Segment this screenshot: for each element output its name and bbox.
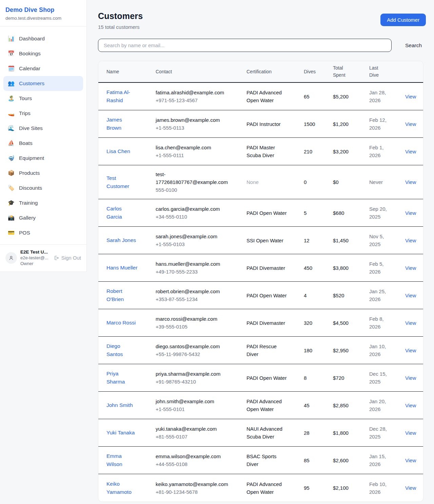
customer-phone: +39-555-0105	[156, 323, 241, 331]
customer-certification: None	[246, 178, 259, 186]
customer-phone: +49-170-555-2233	[156, 268, 241, 276]
customer-certification: PADI Open Water	[246, 374, 287, 382]
user-name: E2E Test U...	[20, 249, 48, 255]
sidebar-item-equipment[interactable]: 🤿 Equipment	[3, 151, 83, 166]
customer-last-dive: Jan 20, 2026	[369, 397, 388, 413]
page-header-text: Customers 15 total customers	[98, 11, 143, 30]
view-link[interactable]: View	[405, 179, 416, 185]
customer-certification: SSI Open Water	[246, 237, 283, 244]
customer-name-link[interactable]: Sarah Jones	[106, 236, 136, 244]
customer-name-link[interactable]: Yuki Tanaka	[106, 429, 135, 437]
logout-icon	[54, 255, 59, 261]
search-input[interactable]	[98, 39, 392, 52]
customer-email: yuki.tanaka@example.com	[156, 425, 228, 433]
sidebar-item-products[interactable]: 📦 Products	[3, 166, 83, 181]
table-row: Keiko Yamamoto keiko.yamamoto@example.co…	[98, 474, 423, 502]
customer-name-link[interactable]: Diego Santos	[106, 342, 138, 358]
view-link[interactable]: View	[405, 293, 416, 298]
customer-last-dive: Feb 1, 2026	[369, 144, 388, 159]
customer-total-spent: $0	[333, 173, 369, 191]
customer-phone: +1-555-0111	[156, 151, 241, 159]
customer-name-link[interactable]: Marco Rossi	[106, 319, 136, 327]
column-header-lastdive: Last Dive	[369, 61, 405, 82]
sidebar-item-pos[interactable]: 💳 POS	[3, 225, 83, 240]
table-row: Sarah Jones sarah.jones@example.com +1-5…	[98, 227, 423, 254]
customer-email: marco.rossi@example.com	[156, 315, 228, 323]
view-link[interactable]: View	[405, 430, 416, 436]
equipment-icon: 🤿	[8, 155, 15, 161]
sign-out-label: Sign Out	[61, 255, 81, 261]
customer-certification: PADI Open Water	[246, 209, 287, 217]
customer-name-link[interactable]: Fatima Al-Rashid	[106, 88, 138, 105]
customer-last-dive: Nov 5, 2025	[369, 232, 388, 248]
sidebar-nav: 📊 Dashboard 📅 Bookings 🗓️ Calendar 👥 Cus…	[0, 26, 86, 244]
view-link[interactable]: View	[405, 121, 416, 127]
customer-total-spent: $720	[333, 369, 369, 387]
customer-last-dive: Feb 8, 2026	[369, 315, 388, 331]
customer-dives: 45	[304, 396, 333, 414]
customer-name-link[interactable]: Keiko Yamamoto	[106, 480, 138, 496]
customer-last-dive: Feb 12, 2026	[369, 116, 388, 132]
customer-name-link[interactable]: Emma Wilson	[106, 452, 138, 468]
sidebar-item-boats[interactable]: ⛵ Boats	[3, 136, 83, 151]
customer-certification: PADI Master Scuba Diver	[246, 144, 287, 159]
customer-phone: 555-0100	[156, 186, 241, 194]
user-icon	[8, 255, 14, 261]
customer-email: keiko.yamamoto@example.com	[156, 480, 228, 488]
view-link[interactable]: View	[405, 320, 416, 326]
add-customer-button[interactable]: Add Customer	[380, 14, 426, 26]
page-subtitle: 15 total customers	[98, 24, 143, 30]
dashboard-icon: 📊	[8, 36, 15, 41]
customer-dives: 0	[304, 173, 333, 191]
user-panel: E2E Test U... e2e-tester@... Owner Sign …	[0, 244, 86, 272]
sign-out-button[interactable]: Sign Out	[54, 255, 81, 261]
table-row: Emma Wilson emma.wilson@example.com +44-…	[98, 447, 423, 474]
view-link[interactable]: View	[405, 403, 416, 408]
sidebar-item-gallery[interactable]: 📸 Gallery	[3, 210, 83, 225]
search-button[interactable]: Search	[401, 40, 426, 51]
customer-total-spent: $1,200	[333, 115, 369, 133]
customer-dives: 5	[304, 204, 333, 222]
sidebar-item-bookings[interactable]: 📅 Bookings	[3, 46, 83, 61]
view-link[interactable]: View	[405, 238, 416, 243]
customer-certification: PADI Open Water	[246, 292, 287, 299]
view-link[interactable]: View	[405, 94, 416, 99]
shop-name: Demo Dive Shop	[5, 6, 81, 14]
sidebar-item-discounts[interactable]: 🏷️ Discounts	[3, 181, 83, 195]
view-link[interactable]: View	[405, 265, 416, 271]
sidebar-header: Demo Dive Shop demo.test.divestreams.com	[0, 0, 86, 26]
customer-certification: BSAC Sports Diver	[246, 452, 287, 468]
discounts-icon: 🏷️	[8, 185, 15, 191]
customer-total-spent: $5,200	[333, 88, 369, 106]
customer-email: emma.wilson@example.com	[156, 452, 228, 460]
customer-name-link[interactable]: Carlos Garcia	[106, 205, 138, 221]
customer-name-link[interactable]: James Brown	[106, 116, 138, 132]
customer-dives: 4	[304, 286, 333, 304]
view-link[interactable]: View	[405, 149, 416, 154]
customer-name-link[interactable]: Robert O'Brien	[106, 287, 138, 303]
search-bar: Search	[98, 39, 426, 52]
sidebar-item-tours[interactable]: 🏝️ Tours	[3, 91, 83, 106]
view-link[interactable]: View	[405, 485, 416, 491]
customer-total-spent: $3,200	[333, 143, 369, 161]
customer-name-link[interactable]: Priya Sharma	[106, 370, 138, 386]
sidebar-item-dashboard[interactable]: 📊 Dashboard	[3, 31, 83, 46]
view-link[interactable]: View	[405, 348, 416, 353]
customer-name-link[interactable]: Test Customer	[106, 174, 138, 190]
sidebar-item-calendar[interactable]: 🗓️ Calendar	[3, 61, 83, 76]
sidebar-item-customers[interactable]: 👥 Customers	[3, 76, 83, 91]
view-link[interactable]: View	[405, 458, 416, 463]
table-row: John Smith john.smith@example.com +1-555…	[98, 392, 423, 419]
customer-dives: 1500	[304, 115, 333, 133]
sidebar-item-trips[interactable]: 🚤 Trips	[3, 106, 83, 121]
sidebar-item-dive-sites[interactable]: 🌊 Dive Sites	[3, 121, 83, 136]
customer-name-link[interactable]: Lisa Chen	[106, 147, 130, 155]
user-role: Owner	[20, 261, 48, 266]
sidebar-item-training[interactable]: 🎓 Training	[3, 195, 83, 210]
customer-name-link[interactable]: John Smith	[106, 401, 133, 409]
customer-phone: +34-555-0110	[156, 213, 241, 221]
view-link[interactable]: View	[405, 375, 416, 381]
customer-name-link[interactable]: Hans Mueller	[106, 264, 137, 272]
main-content: Customers 15 total customers Add Custome…	[87, 0, 434, 504]
view-link[interactable]: View	[405, 210, 416, 216]
